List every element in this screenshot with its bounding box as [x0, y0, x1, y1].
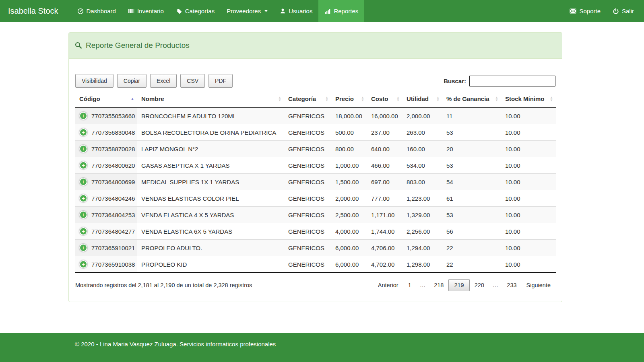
column-header-nombre[interactable]: Nombre▲▼ [137, 90, 284, 108]
cell-utilidad: 2,000.00 [402, 108, 442, 124]
codigo-value: 7707364804253 [91, 212, 135, 218]
expand-row-button[interactable]: + [79, 244, 87, 252]
search-label: Buscar: [444, 78, 466, 84]
expand-row-button[interactable]: + [79, 128, 87, 136]
cell-costo: 4,702.00 [367, 256, 402, 273]
expand-row-button[interactable]: + [79, 161, 87, 169]
column-header-costo[interactable]: Costo▲▼ [367, 90, 402, 108]
table-row: +7707365910038PROPOLEO KIDGENERICOS6,000… [75, 256, 556, 273]
expand-row-button[interactable]: + [79, 178, 87, 186]
visibilidad-button[interactable]: Visibilidad [75, 74, 114, 88]
cell-codigo: +7707364804253 [75, 207, 137, 223]
cell-utilidad: 2,256.00 [402, 223, 442, 240]
cell-ganancia: 22 [442, 256, 501, 273]
pagination-page-219[interactable]: 219 [448, 279, 469, 291]
pagination-previous[interactable]: Anterior [373, 279, 403, 291]
cell-categoria: GENERICOS [284, 190, 331, 207]
cell-precio: 18,000.00 [331, 108, 367, 124]
column-header-utilidad[interactable]: Utilidad▲▼ [402, 90, 442, 108]
column-header-precio[interactable]: Precio▲▼ [331, 90, 367, 108]
nav-item-usuarios[interactable]: Usuarios [274, 0, 318, 22]
pagination-page-220[interactable]: 220 [470, 279, 489, 291]
cell-precio: 1,500.00 [331, 174, 367, 190]
nav-item-proveedores[interactable]: Proveedores [221, 0, 274, 22]
brand[interactable]: Isabella Stock [0, 0, 66, 22]
cell-stock_minimo: 10.00 [501, 190, 556, 207]
column-header-de-ganancia[interactable]: % de Ganancia▲▼ [442, 90, 501, 108]
column-label: Nombre [141, 95, 164, 102]
pagination-next[interactable]: Siguiente [522, 279, 555, 291]
codigo-value: 7707364800699 [91, 179, 135, 185]
cell-codigo: +7707364800620 [75, 157, 137, 174]
pagination: Anterior1…218219220…233Siguiente [373, 279, 555, 291]
pagination-page-233[interactable]: 233 [502, 279, 521, 291]
expand-row-button[interactable]: + [79, 227, 87, 235]
cell-categoria: GENERICOS [284, 256, 331, 273]
cell-codigo: +7707355053660 [75, 108, 137, 124]
cell-ganancia: 54 [442, 174, 501, 190]
expand-row-button[interactable]: + [79, 194, 87, 202]
cell-stock_minimo: 10.00 [501, 240, 556, 256]
nav-item-dashboard[interactable]: Dashboard [71, 0, 122, 22]
cell-ganancia: 20 [442, 141, 501, 157]
pagination-page-218[interactable]: 218 [429, 279, 448, 291]
expand-row-button[interactable]: + [79, 112, 87, 120]
expand-row-button[interactable]: + [79, 145, 87, 153]
search-box: Buscar: [444, 76, 555, 86]
cell-costo: 16,000.00 [367, 108, 402, 124]
cell-ganancia: 56 [442, 223, 501, 240]
sort-both-icon: ▲▼ [361, 96, 364, 102]
tag-icon [176, 8, 182, 14]
table-header: Código▲Nombre▲▼Categoría▲▼Precio▲▼Costo▲… [75, 90, 556, 108]
nav-item-reportes[interactable]: Reportes [318, 0, 364, 22]
nav-item-label: Usuarios [289, 8, 312, 14]
cell-stock_minimo: 10.00 [501, 108, 556, 124]
cell-costo: 237.00 [367, 124, 402, 141]
cell-ganancia: 11 [442, 108, 501, 124]
table-row: +7707356830048BOLSA RECOLECTORA DE ORINA… [75, 124, 556, 141]
column-header-categoria[interactable]: Categoría▲▼ [284, 90, 331, 108]
table-row: +7707364804246VENDAS ELASTICAS COLOR PIE… [75, 190, 556, 207]
nav-menu: DashboardInventarioCategoríasProveedores… [71, 0, 365, 22]
expand-row-button[interactable]: + [79, 211, 87, 219]
column-header-stock-minimo[interactable]: Stock Mínimo▲▼ [501, 90, 556, 108]
sort-both-icon: ▲▼ [396, 96, 400, 102]
table-row: +7707364804277VENDA ELASTICA 6X 5 YARDAS… [75, 223, 556, 240]
cell-precio: 800.00 [331, 141, 367, 157]
cell-precio: 500.00 [331, 124, 367, 141]
sort-both-icon: ▲▼ [325, 96, 328, 102]
cell-precio: 6,000.00 [331, 240, 367, 256]
search-input[interactable] [469, 76, 555, 86]
pdf-button[interactable]: PDF [208, 74, 233, 88]
nav-item-soporte[interactable]: Soporte [564, 0, 607, 22]
cell-codigo: +7707364800699 [75, 174, 137, 190]
cell-nombre: BOLSA RECOLECTORA DE ORINA PEDIATRICA [137, 124, 284, 141]
csv-button[interactable]: CSV [180, 74, 205, 88]
table-body: +7707355053660BRONCOCHEM F ADULTO 120MLG… [75, 108, 556, 273]
column-label: Precio [335, 95, 354, 102]
cell-stock_minimo: 10.00 [501, 174, 556, 190]
cell-costo: 1,171.00 [367, 207, 402, 223]
codigo-value: 7707355053660 [91, 113, 135, 119]
table-row: +7707358870028LAPIZ MONGOL N°2GENERICOS8… [75, 141, 556, 157]
cell-nombre: LAPIZ MONGOL N°2 [137, 141, 284, 157]
copiar-button[interactable]: Copiar [117, 74, 147, 88]
cell-codigo: +7707365910021 [75, 240, 137, 256]
nav-item-salir[interactable]: Salir [607, 0, 640, 22]
cell-stock_minimo: 10.00 [501, 157, 556, 174]
expand-row-button[interactable]: + [79, 260, 87, 268]
cell-utilidad: 1,298.00 [402, 256, 442, 273]
excel-button[interactable]: Excel [150, 74, 177, 88]
column-header-codigo[interactable]: Código▲ [75, 90, 137, 108]
cell-precio: 2,500.00 [331, 207, 367, 223]
nav-item-inventario[interactable]: Inventario [122, 0, 170, 22]
cell-stock_minimo: 10.00 [501, 256, 556, 273]
cell-codigo: +7707364804246 [75, 190, 137, 207]
codigo-value: 7707364804246 [91, 195, 135, 202]
pagination-page-1[interactable]: 1 [403, 279, 416, 291]
export-buttons: VisibilidadCopiarExcelCSVPDF [75, 74, 236, 88]
copyright-text: © 2020 - Lina Maria Vasquez Zuluaga. Ser… [75, 341, 276, 348]
panel-heading: Reporte General de Productos [69, 33, 562, 59]
nav-item-categorias[interactable]: Categorías [170, 0, 221, 22]
sort-both-icon: ▲▼ [495, 96, 498, 102]
